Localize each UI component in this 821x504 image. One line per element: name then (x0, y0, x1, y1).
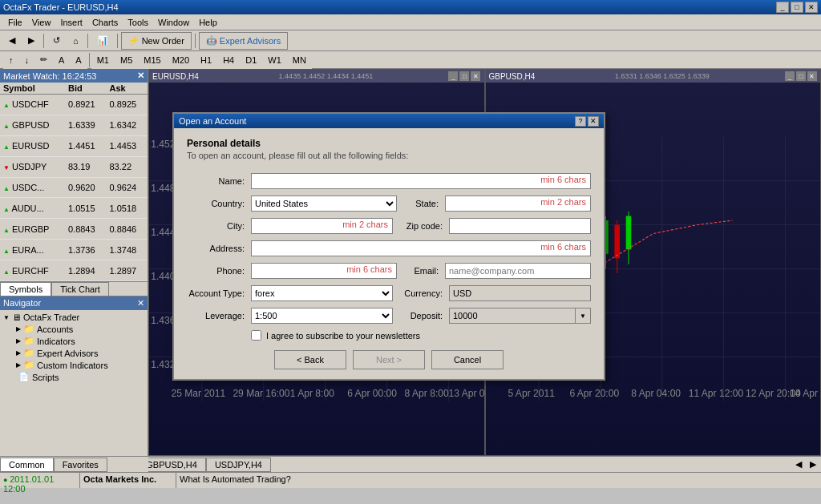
currency-field (449, 285, 591, 301)
city-field: min 2 chars (251, 218, 393, 234)
phone-input[interactable] (251, 263, 397, 279)
dialog-help-btn[interactable]: ? (575, 116, 586, 127)
address-label: Address: (187, 244, 251, 253)
address-input-wrapper: min 6 chars (251, 240, 591, 256)
leverage-field: 1:100 1:200 1:500 1:1000 (251, 308, 393, 324)
country-field: United States (251, 196, 397, 212)
email-label: Email: (397, 266, 445, 276)
name-field-container: min 6 chars (251, 173, 591, 189)
phone-input-wrapper: min 6 chars (251, 263, 397, 279)
email-field (445, 263, 591, 279)
form-row-phone: Phone: min 6 chars Email: (187, 263, 591, 279)
phone-field: min 6 chars (251, 263, 397, 279)
deposit-input (449, 308, 575, 324)
city-label: City: (187, 221, 251, 231)
deposit-dropdown-btn[interactable]: ▼ (575, 308, 591, 324)
address-input[interactable] (251, 240, 591, 256)
leverage-label: Leverage: (187, 311, 251, 321)
account-type-select[interactable]: forex standard micro (251, 285, 393, 301)
deposit-field: ▼ (449, 308, 591, 324)
country-select[interactable]: United States (251, 196, 397, 212)
deposit-group: ▼ (449, 308, 591, 324)
zip-field (449, 218, 591, 234)
newsletter-label: I agree to subscribe to your newsletters (266, 331, 420, 341)
cancel-button[interactable]: Cancel (431, 350, 504, 369)
phone-label: Phone: (187, 266, 251, 276)
state-input[interactable] (445, 196, 591, 212)
section-subtitle: To open an account, please fill out all … (187, 151, 591, 160)
address-field: min 6 chars (251, 240, 591, 256)
zip-label: Zip code: (393, 221, 449, 231)
currency-label: Currency: (393, 288, 449, 298)
city-input-wrapper: min 2 chars (251, 218, 393, 234)
newsletter-checkbox[interactable] (251, 330, 261, 341)
city-input[interactable] (251, 218, 393, 234)
currency-input (449, 285, 591, 301)
account-type-label: Account Type: (187, 288, 251, 298)
country-label: Country: (187, 199, 251, 208)
dialog-title-bar: Open an Account ? ✕ (174, 114, 604, 128)
newsletter-row: I agree to subscribe to your newsletters (251, 330, 591, 341)
leverage-select[interactable]: 1:100 1:200 1:500 1:1000 (251, 308, 393, 324)
dialog-title-btns: ? ✕ (575, 116, 599, 127)
section-title: Personal details (187, 138, 591, 149)
modal-overlay: Open an Account ? ✕ Personal details To … (0, 0, 821, 504)
form-row-city: City: min 2 chars Zip code: (187, 218, 591, 234)
dialog-title: Open an Account (179, 116, 246, 126)
dialog-body: Personal details To open an account, ple… (174, 128, 604, 379)
open-account-dialog: Open an Account ? ✕ Personal details To … (172, 112, 605, 381)
email-input[interactable] (445, 263, 591, 279)
dialog-buttons: < Back Next > Cancel (187, 350, 591, 369)
state-input-wrapper: min 2 chars (445, 196, 591, 212)
account-type-field: forex standard micro (251, 285, 393, 301)
form-row-account-type: Account Type: forex standard micro Curre… (187, 285, 591, 301)
form-row-country: Country: United States State: min 2 char… (187, 196, 591, 212)
form-row-address: Address: min 6 chars (187, 240, 591, 256)
dialog-close-btn[interactable]: ✕ (588, 116, 599, 127)
name-label: Name: (187, 176, 251, 186)
state-label: State: (397, 199, 445, 208)
form-row-name: Name: min 6 chars (187, 173, 591, 189)
form-row-leverage: Leverage: 1:100 1:200 1:500 1:1000 Depos… (187, 308, 591, 324)
state-field: min 2 chars (445, 196, 591, 212)
name-input[interactable] (251, 173, 591, 189)
next-button[interactable]: Next > (353, 350, 425, 369)
name-input-wrapper: min 6 chars (251, 173, 591, 189)
back-button[interactable]: < Back (274, 350, 346, 369)
zip-input[interactable] (449, 218, 591, 234)
deposit-label: Deposit: (393, 311, 449, 321)
